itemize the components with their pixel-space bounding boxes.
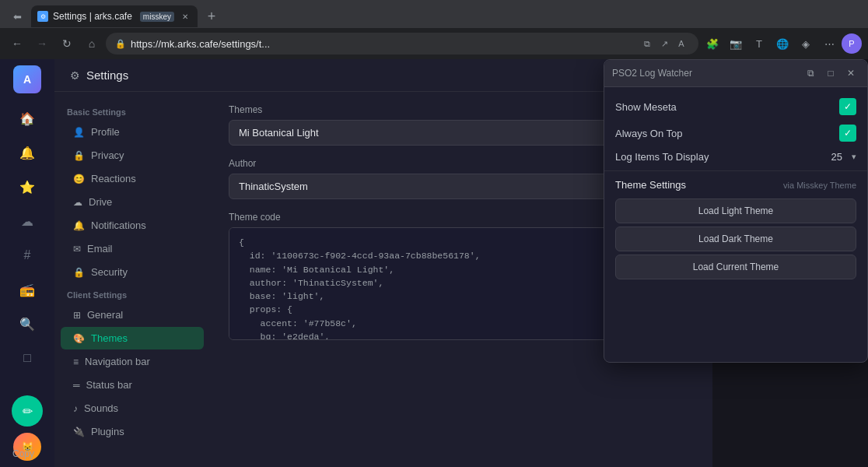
new-tab-btn[interactable]: +	[201, 5, 222, 27]
notifications-icon: 🔔	[73, 220, 85, 231]
email-icon: ✉	[73, 244, 81, 255]
tab-close-btn[interactable]: ✕	[179, 10, 191, 23]
themes-icon: 🎨	[73, 333, 85, 344]
nav-home-btn[interactable]: ⌂	[81, 33, 103, 54]
nav-item-reactions-label: Reactions	[91, 173, 136, 184]
nav-refresh-btn[interactable]: ↻	[56, 33, 78, 54]
sidebar-item-favorites[interactable]: ⭐	[12, 171, 43, 202]
always-on-top-toggle[interactable]: ✓	[839, 125, 856, 142]
nav-item-statusbar[interactable]: ═ Status bar	[61, 374, 204, 396]
theme-select-value: Mi Botanical Light	[239, 127, 319, 139]
toolbar-extensions-btn[interactable]: 🧩	[702, 33, 723, 54]
nav-item-security[interactable]: 🔒 Security	[61, 261, 204, 283]
sidebar-item-home[interactable]: 🏠	[12, 103, 43, 134]
overlay-maximize-btn[interactable]: □	[822, 65, 839, 82]
theme-settings-header: Theme Settings via Misskey Theme	[604, 171, 867, 195]
show-meseta-row: Show Meseta ✓	[604, 93, 867, 120]
settings-header-icon: ⚙	[70, 69, 80, 82]
client-settings-label: Client Settings	[54, 284, 210, 303]
nav-item-profile[interactable]: 👤 Profile	[61, 121, 204, 143]
sidebar-item-notifications[interactable]: 🔔	[12, 137, 43, 168]
nav-forward-btn[interactable]: →	[31, 33, 53, 54]
settings-title: Settings	[86, 68, 128, 82]
tab-favicon: ⚙	[37, 11, 48, 22]
nav-item-drive-label: Drive	[89, 196, 112, 208]
basic-settings-label: Basic Settings	[54, 101, 210, 120]
sidebar-compose-btn[interactable]: ✏	[12, 395, 43, 427]
load-dark-theme-btn[interactable]: Load Dark Theme	[615, 226, 856, 251]
security-icon: 🔒	[73, 267, 85, 278]
privacy-icon: 🔒	[73, 150, 85, 161]
toolbar-addon-btn[interactable]: ◈	[795, 33, 817, 54]
nav-item-themes[interactable]: 🎨 Themes	[61, 327, 204, 349]
nav-item-profile-label: Profile	[91, 126, 120, 138]
address-copy-icon[interactable]: ⧉	[639, 36, 655, 51]
toolbar-more-btn[interactable]: ⋯	[818, 33, 840, 54]
settings-nav: Basic Settings 👤 Profile 🔒 Privacy 😊 Rea…	[54, 92, 210, 467]
drive-icon: ☁	[73, 197, 82, 208]
nav-item-sounds-label: Sounds	[84, 402, 118, 414]
nav-item-general-label: General	[87, 309, 123, 321]
nav-item-email-label: Email	[87, 243, 113, 255]
profile-icon: 👤	[73, 127, 85, 138]
overlay-panel: PSO2 Log Watcher ⧉ □ ✕ Show Meseta ✓ Alw…	[604, 59, 868, 363]
plugins-icon: 🔌	[73, 427, 85, 437]
nav-item-email[interactable]: ✉ Email	[61, 237, 204, 260]
sidebar-item-antenna[interactable]: 📻	[12, 274, 43, 305]
browser-back-btn[interactable]: ⬅	[6, 5, 28, 27]
navbar-icon: ≡	[73, 356, 79, 367]
sidebar-item-drive[interactable]: ☁	[12, 205, 43, 237]
overlay-title: PSO2 Log Watcher	[612, 68, 802, 79]
browser-tab[interactable]: ⚙ Settings | arks.cafe misskey ✕	[31, 5, 198, 27]
via-label: via Misskey Theme	[783, 181, 856, 190]
toolbar-screenshot-btn[interactable]: 📷	[725, 33, 747, 54]
nav-item-notifications[interactable]: 🔔 Notifications	[61, 214, 204, 237]
always-on-top-label: Always On Top	[615, 128, 833, 139]
nav-back-btn[interactable]: ←	[6, 33, 28, 54]
log-items-label: Log Items To Display	[615, 151, 825, 163]
nav-item-drive[interactable]: ☁ Drive	[61, 191, 204, 213]
always-on-top-row: Always On Top ✓	[604, 120, 867, 146]
nav-item-themes-label: Themes	[91, 332, 128, 344]
nav-item-general[interactable]: ⊞ General	[61, 304, 204, 326]
address-bar[interactable]: 🔒 https://mk.arks.cafe/settings/t... ⧉ ↗…	[106, 33, 698, 54]
profile-btn[interactable]: P	[842, 33, 862, 54]
misskey-sidebar: A 🏠 🔔 ⭐ ☁ # 📻 🔍 □ ✏ 😸	[0, 59, 54, 467]
general-icon: ⊞	[73, 310, 81, 321]
dropdown-icon[interactable]: ▾	[852, 152, 856, 162]
toolbar-translate-btn[interactable]: T	[748, 33, 770, 54]
nav-item-plugins-label: Plugins	[91, 426, 124, 437]
sidebar-item-hashtags[interactable]: #	[12, 240, 43, 271]
toolbar-misc-btn[interactable]: 🌐	[772, 33, 793, 54]
overlay-close-btn[interactable]: ✕	[842, 65, 859, 82]
overlay-content: Show Meseta ✓ Always On Top ✓ Log Items …	[604, 87, 867, 362]
misskey-logo[interactable]: A	[13, 65, 41, 93]
show-meseta-toggle[interactable]: ✓	[839, 98, 856, 115]
sidebar-item-panels[interactable]: □	[12, 342, 43, 374]
nav-item-notifications-label: Notifications	[91, 219, 146, 231]
address-text: https://mk.arks.cafe/settings/t...	[131, 38, 635, 50]
address-lock-icon: 🔒	[115, 39, 126, 49]
nav-item-navbar[interactable]: ≡ Navigation bar	[61, 350, 204, 373]
load-light-theme-btn[interactable]: Load Light Theme	[615, 198, 856, 223]
address-share-icon[interactable]: ↗	[656, 36, 672, 51]
overlay-restore-btn[interactable]: ⧉	[802, 65, 819, 82]
nav-item-privacy[interactable]: 🔒 Privacy	[61, 144, 204, 167]
nav-item-reactions[interactable]: 😊 Reactions	[61, 167, 204, 190]
sidebar-item-search[interactable]: 🔍	[12, 308, 43, 339]
log-items-value: 25	[831, 151, 842, 163]
checkmark-icon: ✓	[844, 101, 852, 112]
nav-item-plugins[interactable]: 🔌 Plugins	[61, 420, 204, 443]
nav-item-sounds[interactable]: ♪ Sounds	[61, 397, 204, 420]
sounds-icon: ♪	[73, 403, 78, 414]
theme-settings-title: Theme Settings	[615, 179, 686, 191]
statusbar-icon: ═	[73, 380, 80, 391]
overlay-titlebar-btns: ⧉ □ ✕	[802, 65, 859, 82]
tab-title: Settings | arks.cafe misskey	[53, 11, 174, 22]
load-current-theme-btn[interactable]: Load Current Theme	[615, 255, 856, 279]
nav-item-security-label: Security	[91, 266, 128, 278]
overlay-titlebar: PSO2 Log Watcher ⧉ □ ✕	[604, 60, 867, 87]
address-reader-icon[interactable]: A	[674, 36, 689, 51]
nav-item-navbar-label: Navigation bar	[85, 356, 150, 367]
nav-item-statusbar-label: Status bar	[86, 379, 132, 391]
